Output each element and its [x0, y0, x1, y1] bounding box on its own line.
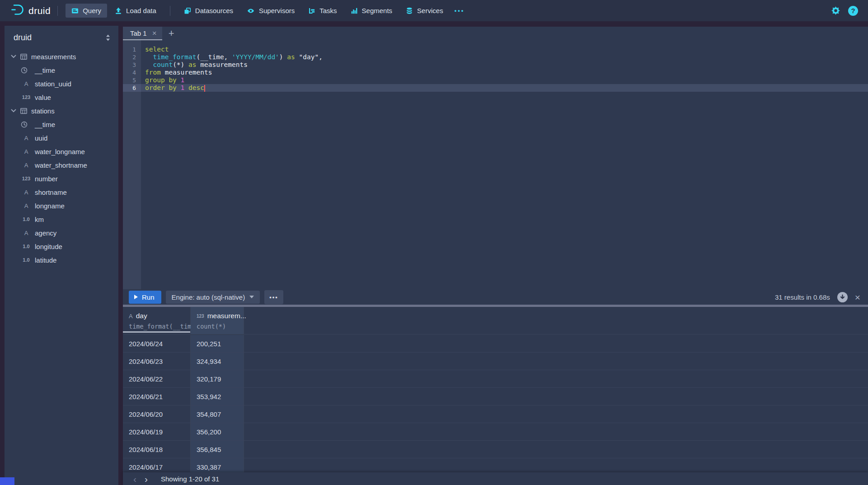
table-cell[interactable]: 324,934 [191, 353, 244, 370]
results-rows: 2024/06/24200,2512024/06/23324,9342024/0… [123, 335, 868, 472]
table-cell[interactable]: 353,942 [191, 388, 244, 405]
tree-column-km[interactable]: 1.0km [5, 212, 118, 226]
number-type-icon: 123 [21, 94, 32, 100]
nav-right: ? [831, 6, 868, 16]
tree-column-longname[interactable]: Alongname [5, 199, 118, 212]
nav-item-query[interactable]: Query [66, 4, 107, 18]
table-icon [20, 108, 27, 114]
table-cell[interactable]: 2024/06/18 [123, 441, 191, 458]
schema-selector[interactable]: druid [5, 26, 118, 46]
table-cell[interactable]: 2024/06/20 [123, 405, 191, 423]
table-cell[interactable]: 2024/06/23 [123, 353, 191, 370]
nav-item-services[interactable]: Services [400, 4, 449, 18]
column-header-day[interactable]: Adaytime_format(__time, … [123, 307, 191, 334]
tree-table-measurements[interactable]: measurements [5, 50, 118, 63]
tree-item-label: shortname [35, 188, 67, 196]
tree-column-number[interactable]: 123number [5, 172, 118, 185]
float-type-icon: 1.0 [21, 217, 32, 222]
close-results-icon[interactable]: × [855, 292, 860, 302]
nav-item-tasks[interactable]: Tasks [302, 4, 343, 18]
help-icon[interactable]: ? [848, 6, 858, 16]
float-type-icon: 1.0 [21, 257, 32, 263]
code-token [145, 61, 153, 68]
tree-column-time[interactable]: __time [5, 118, 118, 131]
table-cell[interactable]: 2024/06/17 [123, 458, 191, 472]
tree-column-longitude[interactable]: 1.0longitude [5, 240, 118, 253]
tree-item-label: station_uuid [35, 80, 71, 88]
nav-item-supervisors[interactable]: Supervisors [241, 4, 300, 18]
tree-item-label: longitude [35, 243, 62, 250]
tree-table-stations[interactable]: stations [5, 104, 118, 118]
double-caret-icon [106, 34, 110, 41]
code-line-2: 2 time_format(__time, 'YYYY/MM/dd') as "… [123, 53, 868, 61]
add-tab-button[interactable]: + [162, 27, 181, 40]
table-cell[interactable]: 2024/06/22 [123, 370, 191, 387]
tree-column-time[interactable]: __time [5, 63, 118, 77]
sql-editor[interactable]: 1select2 time_format(__time, 'YYYY/MM/dd… [123, 40, 868, 289]
tree-column-shortname[interactable]: Ashortname [5, 185, 118, 199]
prev-page-button[interactable]: ‹ [129, 474, 141, 484]
table-cell[interactable]: 2024/06/21 [123, 388, 191, 405]
tree-column-value[interactable]: 123value [5, 90, 118, 104]
engine-select[interactable]: Engine: auto (sql-native) [166, 291, 260, 304]
table-cell[interactable]: 354,807 [191, 405, 244, 423]
table-cell[interactable]: 2024/06/19 [123, 423, 191, 440]
play-icon [134, 295, 138, 299]
code-token: count [153, 61, 173, 68]
top-nav: druid QueryLoad dataDatasourcesSuperviso… [0, 0, 868, 21]
nav-divider [57, 6, 58, 16]
string-type-icon: A [21, 162, 32, 169]
tree-column-uuid[interactable]: Auuid [5, 131, 118, 145]
tree-column-latitude[interactable]: 1.0latitude [5, 253, 118, 267]
close-tab-icon[interactable]: × [152, 29, 157, 37]
nav-item-datasources[interactable]: Datasources [178, 4, 239, 18]
code-text: count(*) as measurements [141, 61, 868, 69]
download-icon[interactable] [837, 292, 848, 302]
string-type-icon: A [21, 230, 32, 236]
nav-item-more[interactable]: ••• [450, 4, 469, 17]
more-options-button[interactable]: ••• [264, 290, 283, 304]
tree-column-water-shortname[interactable]: Awater_shortname [5, 158, 118, 172]
tree-item-label: km [35, 216, 44, 223]
supervisors-icon [247, 7, 255, 14]
nav-item-load-data[interactable]: Load data [109, 4, 162, 18]
code-text: select [141, 46, 868, 53]
line-number: 1 [123, 46, 141, 53]
table-cell[interactable]: 320,179 [191, 370, 244, 387]
brand[interactable]: druid [11, 4, 51, 18]
next-page-button[interactable]: › [141, 474, 152, 484]
nav-item-segments[interactable]: Segments [345, 4, 399, 18]
code-token: ) [279, 53, 287, 61]
tree-column-water-longname[interactable]: Awater_longname [5, 145, 118, 158]
tree-item-label: agency [35, 229, 56, 237]
tree-item-label: latitude [35, 256, 56, 264]
table-cell[interactable]: 330,387 [191, 458, 244, 472]
code-token [177, 76, 181, 84]
schema-name: druid [14, 33, 32, 42]
table-row: 2024/06/23324,934 [123, 353, 868, 370]
string-type-icon: A [21, 80, 32, 87]
tree-item-label: value [35, 94, 51, 101]
settings-gear-icon[interactable] [831, 6, 840, 15]
nav-item-label: Tasks [319, 7, 337, 14]
caret-down-icon [249, 296, 254, 298]
tree-item-label: longname [35, 202, 65, 210]
blue-indicator [0, 477, 14, 485]
results-header: Adaytime_format(__time, …123measurem...c… [123, 307, 868, 334]
pagination-label: Showing 1-20 of 31 [161, 475, 219, 483]
table-row: 2024/06/19356,200 [123, 423, 868, 441]
table-cell[interactable]: 356,200 [191, 423, 244, 440]
tree-column-agency[interactable]: Aagency [5, 226, 118, 240]
column-header-measurem[interactable]: 123measurem...count(*) [191, 307, 244, 334]
code-token: group by [145, 76, 177, 84]
tab-1[interactable]: Tab 1 × [123, 27, 162, 40]
run-button[interactable]: Run [129, 291, 161, 304]
load-data-icon [115, 7, 122, 14]
nav-item-label: Services [417, 7, 443, 14]
table-cell[interactable]: 356,845 [191, 441, 244, 458]
tree-column-station-uuid[interactable]: Astation_uuid [5, 77, 118, 90]
nav-item-label: Load data [126, 7, 156, 14]
code-token: order by [145, 84, 177, 91]
table-cell[interactable]: 2024/06/24 [123, 335, 191, 352]
table-cell[interactable]: 200,251 [191, 335, 244, 352]
